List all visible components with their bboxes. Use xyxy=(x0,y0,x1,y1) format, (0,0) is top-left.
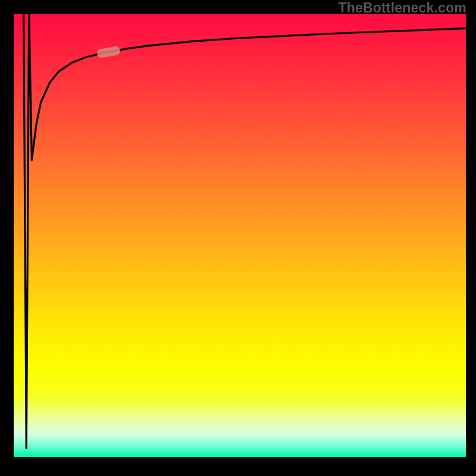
plot-gradient-background xyxy=(14,14,466,457)
chart-canvas: TheBottleneck.com xyxy=(0,0,476,476)
watermark-text: TheBottleneck.com xyxy=(338,0,466,16)
